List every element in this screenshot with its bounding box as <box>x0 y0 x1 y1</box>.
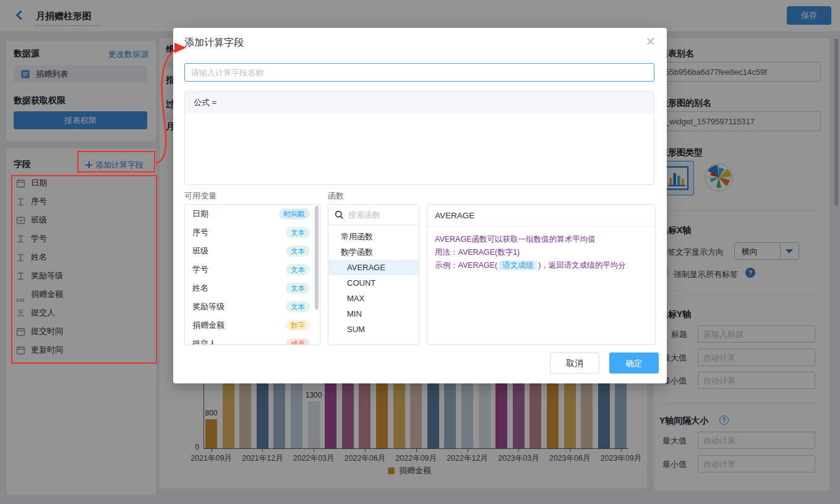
variable-name: 学号 <box>192 265 208 274</box>
dialog-title: 添加计算字段 <box>184 36 244 49</box>
formula-editor[interactable]: 公式 = <box>184 91 654 185</box>
close-icon[interactable] <box>645 35 656 48</box>
search-placeholder: 搜索函数 <box>348 210 380 221</box>
function-item-MAX[interactable]: MAX <box>328 291 419 306</box>
function-item-COUNT[interactable]: COUNT <box>328 275 419 291</box>
doc-usage: 用法：AVERAGE(数字1) <box>435 246 648 259</box>
variable-item-序号[interactable]: 序号文本 <box>185 223 320 242</box>
variable-type-tag: 成员 <box>286 338 310 345</box>
variable-type-tag: 文本 <box>286 227 310 238</box>
doc-example: 示例：AVERAGE(语文成绩)，返回语文成绩的平均分 <box>435 259 648 272</box>
function-doc-panel: AVERAGE AVERAGE函数可以获取一组数值的算术平均值 用法：AVERA… <box>427 204 656 345</box>
add-calc-field-dialog: 添加计算字段 公式 = 可用变量 函数 日期时间戳序号文本班级文本学号文本姓名文… <box>173 28 667 383</box>
caret-right-icon <box>346 234 349 239</box>
variable-type-tag: 文本 <box>286 246 310 257</box>
variable-item-姓名[interactable]: 姓名文本 <box>185 279 320 297</box>
function-item-MIN[interactable]: MIN <box>328 306 419 322</box>
function-group-常用函数[interactable]: 常用函数 <box>328 229 419 244</box>
variable-item-奖励等级[interactable]: 奖励等级文本 <box>185 297 320 316</box>
variable-type-tag: 数字 <box>286 320 310 331</box>
function-item-SUM[interactable]: SUM <box>328 322 419 337</box>
function-group-数学函数[interactable]: 数学函数 <box>328 244 419 260</box>
variables-scrollbar[interactable] <box>315 206 319 310</box>
caret-down-icon <box>346 251 351 254</box>
doc-body: AVERAGE函数可以获取一组数值的算术平均值 用法：AVERAGE(数字1) … <box>427 227 655 278</box>
function-search[interactable]: 搜索函数 <box>328 205 419 225</box>
variable-name: 序号 <box>192 228 208 237</box>
variable-type-tag: 文本 <box>286 264 310 275</box>
calc-field-name-input[interactable] <box>184 63 654 82</box>
doc-function-name: AVERAGE <box>427 205 655 227</box>
variable-name: 奖励等级 <box>192 302 225 311</box>
variable-type-tag: 时间戳 <box>279 208 311 220</box>
function-item-AVERAGE[interactable]: AVERAGE <box>328 260 419 275</box>
doc-description: AVERAGE函数可以获取一组数值的算术平均值 <box>435 233 648 246</box>
variables-list: 日期时间戳序号文本班级文本学号文本姓名文本奖励等级文本捐赠金额数字提交人成员 <box>184 204 320 345</box>
variable-item-提交人[interactable]: 提交人成员 <box>185 335 320 345</box>
confirm-button[interactable]: 确定 <box>609 352 659 374</box>
variable-name: 班级 <box>192 246 208 255</box>
variables-title: 可用变量 <box>184 190 216 202</box>
variable-name: 捐赠金额 <box>192 320 225 330</box>
variable-name: 姓名 <box>192 283 208 293</box>
variable-item-学号[interactable]: 学号文本 <box>185 260 320 279</box>
functions-list: 搜索函数 常用函数数学函数AVERAGECOUNTMAXMINSUM <box>328 204 419 345</box>
search-icon <box>335 210 344 220</box>
doc-example-tag: 语文成绩 <box>499 260 537 270</box>
variable-name: 日期 <box>192 209 208 218</box>
variable-type-tag: 文本 <box>286 301 310 312</box>
variable-item-日期[interactable]: 日期时间戳 <box>185 205 320 223</box>
variable-type-tag: 文本 <box>286 283 310 294</box>
formula-label: 公式 = <box>185 92 654 114</box>
variable-item-班级[interactable]: 班级文本 <box>185 242 320 260</box>
cancel-button[interactable]: 取消 <box>550 352 599 374</box>
functions-title: 函数 <box>328 190 344 202</box>
variable-item-捐赠金额[interactable]: 捐赠金额数字 <box>185 316 320 335</box>
variable-name: 提交人 <box>192 339 216 345</box>
